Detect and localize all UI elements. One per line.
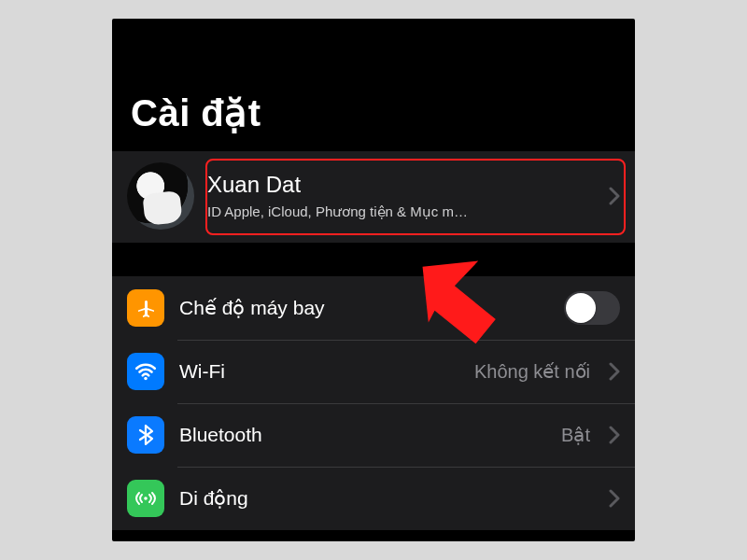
wifi-row[interactable]: Wi-Fi Không kết nối [112, 340, 635, 403]
chevron-right-icon [605, 489, 620, 508]
switch-knob [566, 293, 596, 323]
chevron-right-icon [605, 426, 620, 444]
group-separator [112, 243, 635, 276]
wifi-label: Wi-Fi [179, 360, 459, 383]
profile-group: Xuan Dat ID Apple, iCloud, Phương tiện &… [112, 151, 635, 243]
bluetooth-detail: Bật [561, 424, 590, 446]
cellular-row[interactable]: Di động [112, 467, 635, 530]
page-title: Cài đặt [112, 19, 635, 151]
airplane-mode-switch[interactable] [564, 291, 620, 325]
bluetooth-label: Bluetooth [179, 424, 546, 446]
wifi-detail: Không kết nối [474, 360, 590, 383]
profile-name: Xuan Dat [207, 172, 592, 198]
apple-id-row[interactable]: Xuan Dat ID Apple, iCloud, Phương tiện &… [112, 151, 635, 243]
bluetooth-icon [127, 416, 164, 454]
chevron-right-icon [605, 187, 620, 205]
cellular-icon [127, 480, 164, 517]
airplane-mode-row[interactable]: Chế độ máy bay [112, 276, 635, 340]
bluetooth-row[interactable]: Bluetooth Bật [112, 403, 635, 467]
settings-screen: Cài đặt Xuan Dat ID Apple, iCloud, Phươn… [112, 19, 635, 541]
svg-point-1 [144, 497, 148, 500]
profile-subtitle: ID Apple, iCloud, Phương tiện & Mục m… [207, 203, 525, 220]
profile-text: Xuan Dat ID Apple, iCloud, Phương tiện &… [207, 172, 592, 220]
airplane-icon [127, 289, 164, 327]
connectivity-group: Chế độ máy bay Wi-Fi Không kết nối [112, 276, 635, 530]
chevron-right-icon [605, 362, 620, 381]
svg-point-0 [144, 377, 147, 380]
cellular-label: Di động [179, 487, 590, 510]
airplane-mode-label: Chế độ máy bay [179, 297, 549, 319]
wifi-icon [127, 353, 164, 390]
avatar [127, 162, 194, 230]
